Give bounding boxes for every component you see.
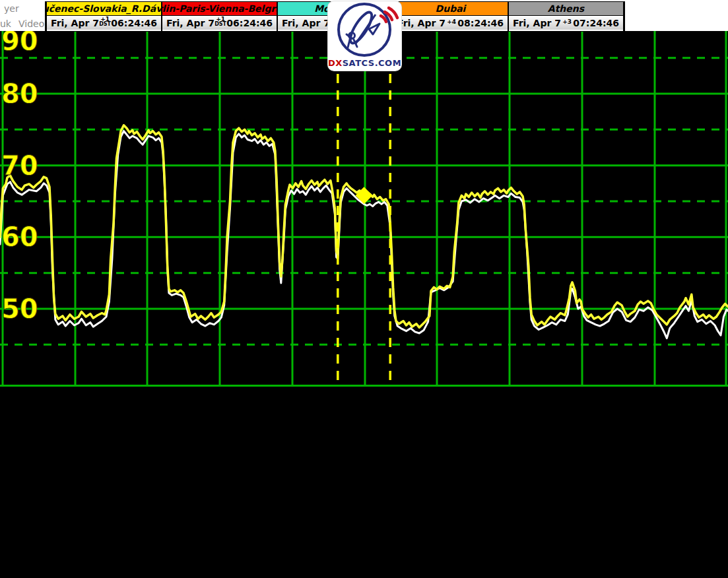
y-axis-labels: 9080706050 — [1, 31, 38, 324]
clock-date: Fri, Apr 7 — [51, 18, 99, 28]
clock-time-row: Fri, Apr 7 +1 DST 06:24:46 — [162, 16, 277, 30]
clock-date: Fri, Apr 7 — [397, 18, 446, 28]
grid-lines — [0, 31, 728, 386]
clock-date: Fri, Apr 7 — [166, 18, 215, 28]
svg-text:60: 60 — [1, 222, 38, 252]
clock-time-row: Fri, Apr 7 +3 07:24:46 — [509, 16, 623, 30]
svg-text:80: 80 — [1, 79, 38, 109]
background-menu-item-video[interactable]: Video — [18, 18, 44, 29]
clock-city-label: Dubai — [393, 2, 508, 16]
satellite-dish-icon — [328, 1, 401, 59]
clock-tz: +1 DST — [99, 17, 111, 26]
clock-time-row: Fri, Apr 7 +4 08:24:46 — [393, 16, 508, 30]
clock-time: 06:24:46 — [226, 18, 273, 28]
background-menu-fragment: yer — [4, 3, 19, 14]
svg-text:90: 90 — [1, 31, 38, 56]
clock-city-label: Lučenec-Slovakia_R.Dávid — [47, 2, 161, 16]
clock-tz: +4 — [447, 20, 456, 24]
logo-wordmark: DXSATCS.COM — [328, 58, 401, 68]
clock-city-label: Berlin-Paris-Vienna-Belgrade — [162, 2, 277, 16]
background-menu-fragment: uk — [0, 18, 11, 29]
clock-cell-athens: Athens Fri, Apr 7 +3 07:24:46 — [509, 2, 624, 31]
clock-tz: +3 — [562, 20, 572, 24]
measurement-panel: ! Pwr 75.0 dBµV ✓ C/N 19.0 dB 12380.0 MH… — [0, 387, 728, 578]
clock-date: Fri, Apr 7 — [282, 18, 330, 28]
clock-tz: +1 DST — [215, 17, 226, 26]
clock-time: 07:24:46 — [573, 18, 619, 28]
clock-city-label: Athens — [509, 2, 623, 16]
clock-time: 08:24:46 — [457, 18, 504, 28]
svg-text:50: 50 — [1, 294, 38, 324]
clock-cell-dubai: Dubai Fri, Apr 7 +4 08:24:46 — [393, 2, 509, 31]
clock-cell-berlin: Berlin-Paris-Vienna-Belgrade Fri, Apr 7 … — [162, 2, 278, 31]
clock-time: 06:24:46 — [111, 18, 157, 28]
svg-text:70: 70 — [1, 150, 38, 181]
clock-cell-lucenec: Lučenec-Slovakia_R.Dávid Fri, Apr 7 +1 D… — [46, 2, 162, 31]
spectrum-plot: 9080706050 — [0, 31, 728, 387]
clock-time-row: Fri, Apr 7 +1 DST 06:24:46 — [47, 16, 161, 30]
dxsatcs-logo: DXSATCS.COM — [328, 1, 401, 71]
clock-date: Fri, Apr 7 — [513, 18, 561, 28]
